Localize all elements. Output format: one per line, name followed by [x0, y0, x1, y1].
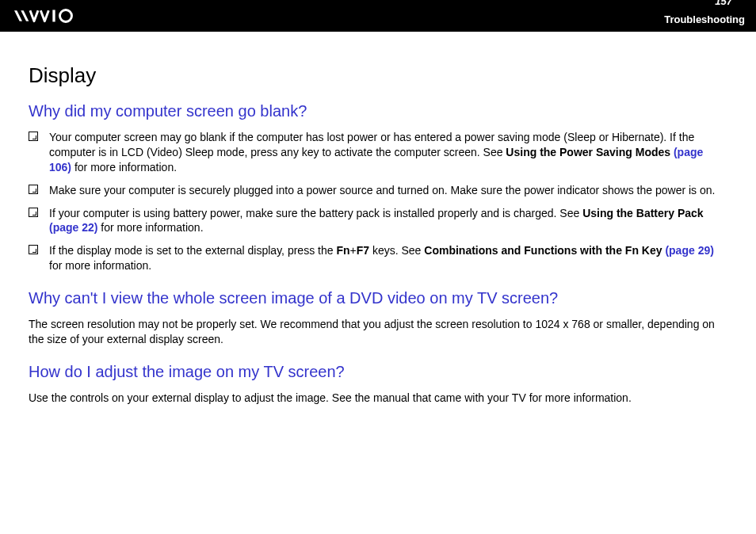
svg-rect-0 [52, 10, 55, 22]
prev-page-arrow-icon[interactable] [702, 0, 710, 8]
svg-point-1 [60, 10, 72, 22]
body-text: keys. See [369, 244, 424, 257]
bold-text: Using the Battery Pack [582, 207, 704, 219]
bold-text: Using the Power Saving Modes [506, 146, 674, 158]
body-text: If the display mode is set to the extern… [49, 244, 336, 257]
list-item: Make sure your computer is securely plug… [29, 183, 727, 198]
section-name: Troubleshooting [664, 13, 745, 25]
answer-paragraph: Use the controls on your external displa… [29, 391, 727, 406]
key-text: Fn [336, 244, 349, 257]
question-heading-2: Why can't I view the whole screen image … [29, 289, 727, 307]
page-link[interactable]: (page 29) [665, 244, 713, 257]
bullet-icon [29, 185, 38, 194]
bullet-icon [29, 132, 38, 141]
vaio-logo [14, 8, 94, 24]
list-item: If your computer is using battery power,… [29, 206, 727, 236]
body-text: If your computer is using battery power,… [49, 207, 582, 219]
bold-text: Combinations and Functions with the Fn K… [424, 244, 665, 257]
body-text: for more information. [97, 221, 203, 234]
page-number-box[interactable]: 157 [702, 0, 745, 8]
bullet-icon [29, 208, 38, 217]
next-page-arrow-icon[interactable] [737, 0, 745, 8]
key-text: F7 [357, 244, 369, 257]
header: 157 Troubleshooting [0, 0, 756, 32]
answer-paragraph: The screen resolution may not be properl… [29, 317, 727, 347]
question-heading-1: Why did my computer screen go blank? [29, 102, 727, 120]
page-number: 157 [710, 0, 737, 8]
bullet-icon [29, 245, 38, 254]
content: Display Why did my computer screen go bl… [0, 32, 756, 406]
body-text: for more information. [49, 259, 151, 272]
page-title: Display [29, 63, 727, 88]
answer-list-1: Your computer screen may go blank if the… [29, 130, 727, 273]
body-text: for more information. [71, 161, 177, 174]
body-text: Make sure your computer is securely plug… [49, 183, 727, 198]
question-heading-3: How do I adjust the image on my TV scree… [29, 363, 727, 381]
list-item: If the display mode is set to the extern… [29, 243, 727, 273]
body-text: + [349, 244, 356, 257]
page-link[interactable]: (page 22) [49, 221, 97, 234]
list-item: Your computer screen may go blank if the… [29, 130, 727, 175]
